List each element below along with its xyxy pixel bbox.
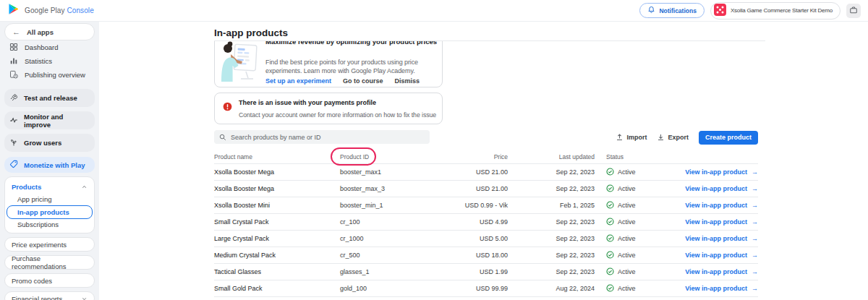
sidebar-item-grow-users[interactable]: Grow users [4,134,95,152]
view-product-label: View in-app product [685,185,747,192]
products-table: Product name Product ID Price Last updat… [214,150,758,297]
products-section-label: Products [12,183,41,191]
table-row[interactable]: Xsolla Booster Mini booster_min_1 USD 0.… [214,197,758,214]
view-product-link[interactable]: View in-app product → [664,202,758,209]
sidebar-item-price-experiments[interactable]: Price experiments [4,237,95,252]
status-label: Active [618,185,636,192]
go-to-course-link[interactable]: Go to course [343,77,383,85]
view-product-link[interactable]: View in-app product → [664,185,758,192]
sidebar-item-monitor-and-improve[interactable]: Monitor and improve [4,111,95,129]
sidebar-item-subscriptions[interactable]: Subscriptions [7,219,93,231]
view-product-link[interactable]: View in-app product → [664,268,758,275]
sidebar-item-label: Promo codes [12,277,52,285]
table-row[interactable]: Large Crystal Pack cr_1000 USD 5.00 Sep … [214,231,758,247]
dismiss-link[interactable]: Dismiss [395,77,420,85]
view-product-link[interactable]: View in-app product → [664,218,758,226]
last-updated-cell: Feb 1, 2025 [508,202,595,209]
check-circle-icon [606,251,614,260]
sidebar-item-label: App pricing [17,195,52,203]
table-row[interactable]: Xsolla Booster Mega booster_max_3 USD 21… [214,181,758,197]
google-play-console-logo[interactable]: Google Play Console [7,3,94,18]
arrow-right-icon: → [752,235,758,242]
promo-links: Set up an experiment Go to course Dismis… [265,77,443,85]
sidebar-item-purchase-recommendations[interactable]: Purchase recommendations [4,255,95,270]
view-product-label: View in-app product [685,218,747,226]
notifications-label: Notifications [659,7,696,14]
all-apps-back-button[interactable]: ← All apps [4,23,95,40]
sidebar-item-in-app-products[interactable]: In-app products [7,205,93,219]
sidebar-section-products[interactable]: Products [7,179,93,194]
search-input[interactable] [231,134,425,141]
price-cell: USD 5.00 [420,235,508,242]
view-product-link[interactable]: View in-app product → [664,252,758,259]
error-icon [223,101,232,114]
check-circle-icon [606,184,614,194]
product-id-cell: cr_1000 [340,235,420,242]
product-name-cell: Xsolla Booster Mega [214,185,340,192]
export-button[interactable]: Export [657,133,689,142]
table-row[interactable]: Small Gold Pack gold_100 USD 99.99 Aug 2… [214,280,758,297]
check-circle-icon [606,218,614,227]
set-up-experiment-link[interactable]: Set up an experiment [265,77,331,85]
view-product-link[interactable]: View in-app product → [664,168,758,176]
back-arrow-icon: ← [12,27,20,36]
header-status: Status [595,153,664,160]
promo-banner-clip: Maximize revenue by optimizing your prod… [214,41,443,87]
arrow-right-icon: → [752,202,758,209]
product-id-cell: gold_100 [340,285,420,292]
sidebar-item-promo-codes[interactable]: Promo codes [4,273,95,288]
import-button[interactable]: Import [616,133,647,142]
sidebar-item-app-pricing[interactable]: App pricing [7,194,93,205]
sidebar-item-financial-reports[interactable]: Financial reports [4,291,95,300]
status-cell: Active [595,234,664,244]
product-id-cell: glasses_1 [340,268,420,275]
sidebar-item-label: In-app products [17,208,69,216]
arrow-right-icon: → [752,285,758,292]
sidebar-item-label: Subscriptions [17,220,59,228]
table-row[interactable]: Medium Crystal Pack cr_500 USD 18.00 Sep… [214,247,758,264]
promo-title: Maximize revenue by optimizing your prod… [265,41,443,46]
product-id-cell: booster_max1 [340,168,420,176]
sidebar-item-monetize-with-play[interactable]: Monetize with Play [4,157,95,173]
view-product-link[interactable]: View in-app product → [664,235,758,242]
app-selector[interactable]: Xsolla Game Commerce Starter Kit Demo [710,2,841,20]
product-id-cell: cr_100 [340,218,420,226]
payments-issue-title: There is an issue with your payments pro… [239,99,376,106]
status-cell: Active [595,284,664,293]
status-cell: Active [595,218,664,227]
app-name-label: Xsolla Game Commerce Starter Kit Demo [731,7,833,14]
briefcase-icon [849,4,858,17]
status-label: Active [618,202,636,209]
play-triangle-icon [7,3,20,18]
bar-chart-icon [9,56,18,67]
top-bar: Google Play Console Notifications [0,0,868,22]
table-row[interactable]: Tactical Glasses glasses_1 USD 1.99 Sep … [214,264,758,280]
sidebar-item-label: Monetize with Play [24,161,85,169]
price-cell: USD 18.00 [420,252,508,259]
notifications-button[interactable]: Notifications [639,3,704,18]
pulse-icon [9,116,18,126]
product-name-cell: Small Crystal Pack [214,218,340,226]
archive-button[interactable] [846,4,861,18]
sidebar-item-statistics[interactable]: Statistics [4,54,95,68]
chevron-down-icon [81,296,88,300]
sidebar-item-publishing-overview[interactable]: Publishing overview [4,68,95,82]
sidebar-item-label: Financial reports [12,295,62,300]
price-cell: USD 21.00 [420,185,508,192]
price-cell: USD 1.99 [420,268,508,275]
table-row[interactable]: Small Crystal Pack cr_100 USD 4.99 Sep 2… [214,214,758,231]
header-product-name: Product name [214,153,340,160]
export-label: Export [668,134,689,141]
product-name-cell: Xsolla Booster Mega [214,168,340,176]
status-cell: Active [595,168,664,177]
publishing-overview-icon [9,70,18,80]
view-product-link[interactable]: View in-app product → [664,285,758,292]
header-last-updated: Last updated [508,153,595,160]
check-circle-icon [606,267,614,277]
table-row[interactable]: Xsolla Booster Mega booster_max1 USD 21.… [214,164,758,181]
sidebar-item-dashboard[interactable]: Dashboard [4,40,95,54]
sidebar-item-test-and-release[interactable]: Test and release [4,89,95,107]
status-cell: Active [595,201,664,210]
header-product-id: Product ID [340,153,420,160]
create-product-button[interactable]: Create product [699,131,758,145]
